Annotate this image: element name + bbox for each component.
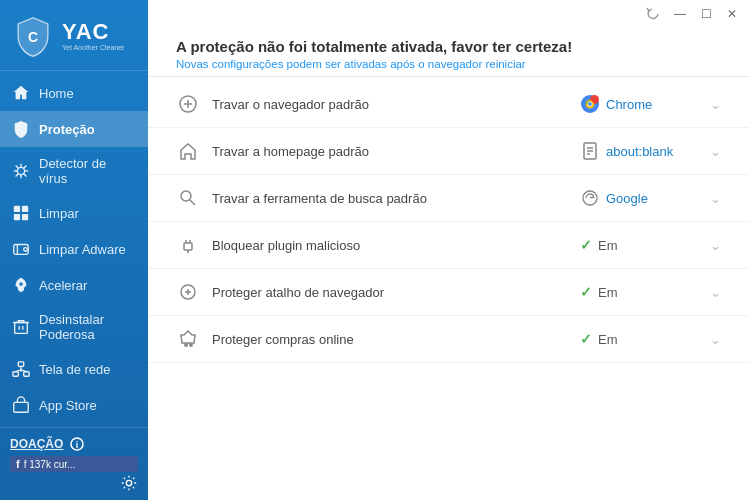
app-subtitle: Yet Another Cleaner — [62, 43, 124, 52]
svg-line-7 — [24, 174, 27, 177]
content-header: A proteção não foi totalmente ativada, f… — [148, 24, 749, 77]
chevron-icon: ⌄ — [710, 238, 721, 253]
svg-line-6 — [16, 166, 19, 169]
svg-line-43 — [190, 200, 195, 205]
adware-icon — [12, 240, 30, 258]
clean-icon — [12, 204, 30, 222]
plugin-value: Em — [598, 238, 618, 253]
list-item[interactable]: Proteger compras online ✓ Em ⌄ — [148, 316, 749, 363]
svg-rect-22 — [18, 362, 23, 367]
item-value: ✓ Em — [580, 284, 700, 300]
warning-title: A proteção não foi totalmente ativada, f… — [176, 38, 721, 55]
list-item[interactable]: Travar a homepage padrão about:blank ⌄ — [148, 128, 749, 175]
shortcut-value: Em — [598, 285, 618, 300]
svg-point-16 — [24, 248, 28, 252]
search-value: Google — [606, 191, 648, 206]
cart-icon — [176, 327, 200, 351]
check-icon: ✓ — [580, 284, 592, 300]
svg-point-50 — [185, 344, 187, 346]
title-bar: — ☐ ✕ — [148, 0, 749, 24]
google-icon — [580, 188, 600, 208]
item-label: Proteger atalho de navegador — [212, 285, 580, 300]
chevron-icon: ⌄ — [710, 144, 721, 159]
protection-items-list: Travar o navegador padrão Chrome ⌄ — [148, 77, 749, 500]
info-icon: i — [69, 436, 85, 452]
item-label: Travar a homepage padrão — [212, 144, 580, 159]
svg-line-26 — [16, 370, 21, 372]
minimize-button[interactable]: — — [673, 7, 687, 21]
item-value: Google — [580, 188, 700, 208]
sidebar-item-appstore[interactable]: App Store — [0, 387, 148, 423]
plug-icon — [176, 233, 200, 257]
close-button[interactable]: ✕ — [725, 7, 739, 21]
logo-text: YAC Yet Another Cleaner — [62, 21, 124, 52]
svg-rect-45 — [184, 243, 192, 250]
virus-icon — [12, 162, 30, 180]
maximize-button[interactable]: ☐ — [699, 7, 713, 21]
item-value: ✓ Em — [580, 331, 700, 347]
sidebar-bottom: DOAÇÃO i f f 137k cur... — [0, 427, 148, 500]
svg-rect-18 — [15, 323, 28, 334]
svg-rect-12 — [14, 214, 20, 220]
list-item[interactable]: Travar o navegador padrão Chrome ⌄ — [148, 81, 749, 128]
homepage-value: about:blank — [606, 144, 673, 159]
refresh-icon[interactable] — [645, 6, 661, 22]
chrome-icon — [580, 94, 600, 114]
sidebar-item-uninstall[interactable]: Desinstalar Poderosa — [0, 303, 148, 351]
item-value: ✓ Em — [580, 237, 700, 253]
browser-value: Chrome — [606, 97, 652, 112]
sidebar-item-network[interactable]: Tela de rede — [0, 351, 148, 387]
item-label: Travar a ferramenta de busca padrão — [212, 191, 580, 206]
item-label: Travar o navegador padrão — [212, 97, 580, 112]
home-icon — [12, 84, 30, 102]
donation-link[interactable]: DOAÇÃO i — [10, 436, 138, 452]
check-icon: ✓ — [580, 331, 592, 347]
sidebar-item-virus[interactable]: Detector de vírus — [0, 147, 148, 195]
list-item[interactable]: Proteger atalho de navegador ✓ Em ⌄ — [148, 269, 749, 316]
svg-rect-13 — [22, 214, 28, 220]
svg-point-17 — [19, 282, 23, 286]
lock-icon — [176, 92, 200, 116]
logo-shield-icon: C — [12, 16, 54, 58]
chevron-icon: ⌄ — [710, 285, 721, 300]
shield-icon — [12, 120, 30, 138]
item-value: about:blank — [580, 141, 700, 161]
sidebar-item-adware[interactable]: Limpar Adware — [0, 231, 148, 267]
item-label: Proteger compras online — [212, 332, 580, 347]
svg-line-8 — [24, 166, 27, 169]
sidebar-item-protection[interactable]: Proteção — [0, 111, 148, 147]
sidebar-item-accelerate[interactable]: Acelerar — [0, 267, 148, 303]
home-small-icon — [176, 139, 200, 163]
search-small-icon — [176, 186, 200, 210]
chevron-icon: ⌄ — [710, 332, 721, 347]
settings-icon[interactable] — [120, 474, 138, 492]
svg-point-31 — [126, 480, 131, 485]
item-label: Bloquear plugin malicioso — [212, 238, 580, 253]
svg-point-51 — [190, 344, 192, 346]
chevron-icon: ⌄ — [710, 97, 721, 112]
svg-rect-10 — [14, 206, 20, 212]
svg-rect-11 — [22, 206, 28, 212]
svg-line-27 — [21, 370, 26, 372]
svg-rect-28 — [14, 402, 28, 412]
main-content: — ☐ ✕ A proteção não foi totalmente ativ… — [148, 0, 749, 500]
svg-point-42 — [181, 191, 191, 201]
app-name: YAC — [62, 21, 124, 43]
svg-point-37 — [588, 102, 592, 106]
item-value: Chrome — [580, 94, 700, 114]
sidebar: C YAC Yet Another Cleaner Home Proteção … — [0, 0, 148, 500]
shortcut-icon — [176, 280, 200, 304]
chevron-icon: ⌄ — [710, 191, 721, 206]
logo-area: C YAC Yet Another Cleaner — [0, 0, 148, 71]
store-icon — [12, 396, 30, 414]
svg-rect-14 — [14, 245, 28, 255]
warning-subtitle: Novas configurações podem ser ativadas a… — [176, 58, 721, 70]
list-item[interactable]: Bloquear plugin malicioso ✓ Em ⌄ — [148, 222, 749, 269]
network-icon — [12, 360, 30, 378]
sidebar-item-home[interactable]: Home — [0, 75, 148, 111]
check-icon: ✓ — [580, 237, 592, 253]
facebook-badge[interactable]: f f 137k cur... — [10, 456, 138, 472]
sidebar-item-clean[interactable]: Limpar — [0, 195, 148, 231]
svg-point-1 — [17, 167, 24, 174]
list-item[interactable]: Travar a ferramenta de busca padrão Goog… — [148, 175, 749, 222]
